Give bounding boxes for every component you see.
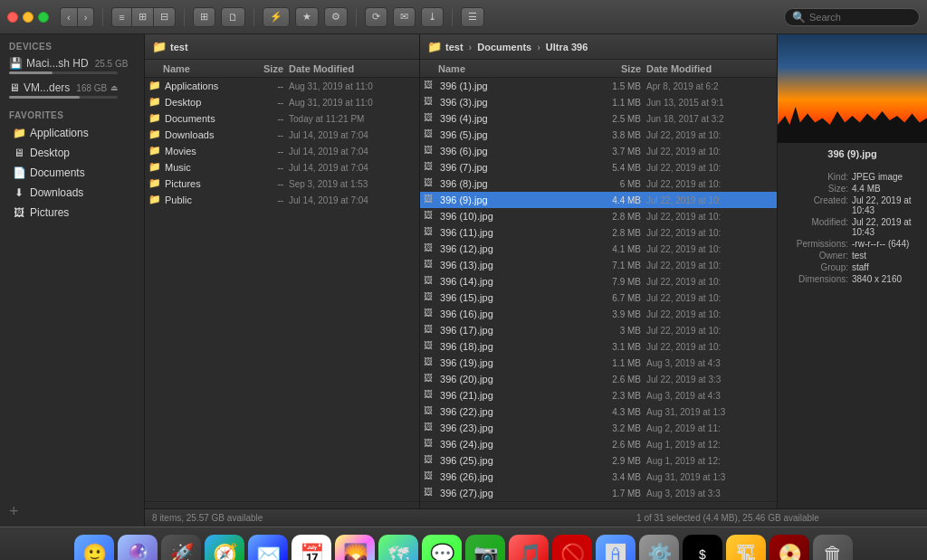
mail-button[interactable]: ✉ <box>393 7 416 27</box>
dock-appstore[interactable]: 🅰 <box>596 535 636 561</box>
left-file-row[interactable]: 📁 Desktop -- Aug 31, 2019 at 11:0 <box>145 94 419 110</box>
lightning-button[interactable]: ⚡ <box>263 7 290 27</box>
right-file-row[interactable]: 🖼 396 (4).jpg 2.5 MB Jun 18, 2017 at 3:2 <box>420 110 777 127</box>
right-scrollbar[interactable] <box>420 501 777 508</box>
file-name: 396 (12).jpg <box>440 243 597 254</box>
right-file-row[interactable]: 🖼 396 (11).jpg 2.8 MB Jul 22, 2019 at 10… <box>420 224 777 241</box>
file-name: 396 (13).jpg <box>440 260 597 271</box>
dock-mail[interactable]: ✉️ <box>248 535 288 561</box>
file-size: 1.7 MB <box>597 489 646 498</box>
file-name: Music <box>165 162 239 173</box>
right-file-row[interactable]: 🖼 396 (20).jpg 2.6 MB Jul 22, 2019 at 3:… <box>420 371 777 387</box>
breadcrumb-documents[interactable]: Documents <box>477 42 531 52</box>
sidebar-item-mac-hd[interactable]: 💾 Maci...sh HD 25.5 GB <box>0 54 144 79</box>
sync-button[interactable]: ⟳ <box>365 7 387 27</box>
right-file-row[interactable]: 🖼 396 (27).jpg 1.7 MB Aug 3, 2019 at 3:3 <box>420 485 777 501</box>
right-file-row[interactable]: 🖼 396 (5).jpg 3.8 MB Jul 22, 2019 at 10: <box>420 127 777 143</box>
sidebar-item-documents[interactable]: 📄 Documents <box>4 164 140 182</box>
download-button[interactable]: ⤓ <box>421 7 444 27</box>
sidebar-item-pictures[interactable]: 🖼 Pictures <box>4 204 140 222</box>
folder-icon: 📁 <box>148 112 161 125</box>
right-file-row[interactable]: 🖼 396 (17).jpg 3 MB Jul 22, 2019 at 10: <box>420 322 777 338</box>
left-file-row[interactable]: 📁 Applications -- Aug 31, 2019 at 11:0 <box>145 78 419 94</box>
right-file-row[interactable]: 🖼 396 (1).jpg 1.5 MB Apr 8, 2019 at 6:2 <box>420 78 777 94</box>
right-file-row[interactable]: 🖼 396 (6).jpg 3.7 MB Jul 22, 2019 at 10: <box>420 143 777 159</box>
left-file-row[interactable]: 📁 Pictures -- Sep 3, 2019 at 1:53 <box>145 176 419 192</box>
preview-info: Kind: JPEG image Size: 4.4 MB Created: J… <box>778 165 927 293</box>
right-file-row[interactable]: 🖼 396 (24).jpg 2.6 MB Aug 1, 2019 at 12: <box>420 436 777 452</box>
search-input[interactable] <box>809 12 912 23</box>
column-view-button[interactable]: ⊟ <box>153 7 176 27</box>
breadcrumb-ultra[interactable]: Ultra 396 <box>546 42 588 52</box>
left-file-row[interactable]: 📁 Music -- Jul 14, 2019 at 7:04 <box>145 159 419 176</box>
close-button[interactable] <box>7 12 18 23</box>
sidebar-item-applications[interactable]: 📁 Applications <box>4 124 140 142</box>
right-file-row[interactable]: 🖼 396 (10).jpg 2.8 MB Jul 22, 2019 at 10… <box>420 208 777 224</box>
dock-forklift[interactable]: 🏗 <box>726 535 766 561</box>
actions-button[interactable]: ⚙ <box>324 7 348 27</box>
eject-icon[interactable]: ⏏ <box>110 83 119 92</box>
add-favorite-button[interactable]: + <box>0 497 144 527</box>
column-view2-button[interactable]: ⊞ <box>193 7 215 27</box>
maximize-button[interactable] <box>38 12 49 23</box>
minimize-button[interactable] <box>23 12 33 23</box>
right-file-row[interactable]: 🖼 396 (22).jpg 4.3 MB Aug 31, 2019 at 1:… <box>420 403 777 420</box>
dock-terminal[interactable]: $ <box>683 535 722 561</box>
file-date: Jul 14, 2019 at 7:04 <box>289 195 416 205</box>
left-file-row[interactable]: 📁 Documents -- Today at 11:21 PM <box>145 110 419 127</box>
dock-facetime[interactable]: 📷 <box>465 535 505 561</box>
left-file-row[interactable]: 📁 Downloads -- Jul 14, 2019 at 7:04 <box>145 127 419 143</box>
left-col-name[interactable]: Name <box>148 63 239 74</box>
dock-calendar[interactable]: 📅 <box>291 535 331 561</box>
right-file-row[interactable]: 🖼 396 (23).jpg 3.2 MB Aug 2, 2019 at 11: <box>420 420 777 436</box>
right-file-row[interactable]: 🖼 396 (19).jpg 1.1 MB Aug 3, 2019 at 4:3 <box>420 355 777 371</box>
right-col-size[interactable]: Size <box>597 63 646 74</box>
new-tab-button[interactable]: 🗋 <box>221 7 245 27</box>
dock-systemprefs[interactable]: ⚙️ <box>639 535 679 561</box>
dock-launchpad[interactable]: 🚀 <box>161 535 201 561</box>
right-file-row[interactable]: 🖼 396 (3).jpg 1.1 MB Jun 13, 2015 at 9:1 <box>420 94 777 110</box>
left-col-size[interactable]: Size <box>239 63 289 74</box>
operations-button[interactable]: ☰ <box>461 7 484 27</box>
right-file-row[interactable]: 🖼 396 (9).jpg 4.4 MB Jul 22, 2019 at 10: <box>420 192 777 208</box>
right-file-row[interactable]: 🖼 396 (15).jpg 6.7 MB Jul 22, 2019 at 10… <box>420 289 777 306</box>
left-file-row[interactable]: 📁 Public -- Jul 14, 2019 at 7:04 <box>145 192 419 208</box>
dock-messages[interactable]: 💬 <box>422 535 462 561</box>
dock-music[interactable]: 🎵 <box>509 535 549 561</box>
right-col-name[interactable]: Name <box>424 63 597 74</box>
file-name: 396 (8).jpg <box>440 178 597 189</box>
right-file-row[interactable]: 🖼 396 (16).jpg 3.9 MB Jul 22, 2019 at 10… <box>420 306 777 322</box>
list-view-button[interactable]: ≡ <box>111 7 130 27</box>
dock-maps[interactable]: 🗺 <box>378 535 418 561</box>
right-file-row[interactable]: 🖼 396 (14).jpg 7.9 MB Jul 22, 2019 at 10… <box>420 273 777 289</box>
favorites-button[interactable]: ★ <box>295 7 319 27</box>
dock-safari[interactable]: 🧭 <box>205 535 244 561</box>
right-file-row[interactable]: 🖼 396 (13).jpg 7.1 MB Jul 22, 2019 at 10… <box>420 257 777 273</box>
back-button[interactable]: ‹ <box>60 7 77 27</box>
right-file-row[interactable]: 🖼 396 (25).jpg 2.9 MB Aug 1, 2019 at 12: <box>420 452 777 469</box>
sidebar-item-downloads[interactable]: ⬇ Downloads <box>4 184 140 202</box>
right-file-row[interactable]: 🖼 396 (21).jpg 2.3 MB Aug 3, 2019 at 4:3 <box>420 387 777 403</box>
right-file-row[interactable]: 🖼 396 (26).jpg 3.4 MB Aug 31, 2019 at 1:… <box>420 469 777 485</box>
search-box[interactable]: 🔍 <box>784 8 920 26</box>
dock-apprecent[interactable]: 📀 <box>769 535 809 561</box>
dock-photos[interactable]: 🌄 <box>335 535 375 561</box>
sidebar-item-vm-ders[interactable]: 🖥 VM...ders 168 GB ⏏ <box>0 79 144 103</box>
right-col-date[interactable]: Date Modified <box>646 63 773 74</box>
sidebar-item-desktop[interactable]: 🖥 Desktop <box>4 144 140 162</box>
left-col-date[interactable]: Date Modified <box>289 63 416 74</box>
separator-3 <box>253 8 254 26</box>
right-file-row[interactable]: 🖼 396 (18).jpg 3.1 MB Jul 22, 2019 at 10… <box>420 338 777 355</box>
forward-button[interactable]: › <box>77 7 95 27</box>
dock-dnd[interactable]: 🚫 <box>552 535 592 561</box>
right-file-row[interactable]: 🖼 396 (8).jpg 6 MB Jul 22, 2019 at 10: <box>420 176 777 192</box>
grid-view-button[interactable]: ⊞ <box>131 7 153 27</box>
right-file-row[interactable]: 🖼 396 (12).jpg 4.1 MB Jul 22, 2019 at 10… <box>420 241 777 257</box>
dock-siri[interactable]: 🔮 <box>118 535 158 561</box>
right-file-row[interactable]: 🖼 396 (7).jpg 5.4 MB Jul 22, 2019 at 10: <box>420 159 777 176</box>
breadcrumb-test[interactable]: test <box>445 42 464 52</box>
dock-trash[interactable]: 🗑 <box>813 535 853 561</box>
left-scrollbar[interactable] <box>145 501 419 508</box>
dock-finder[interactable]: 🙂 <box>74 535 114 561</box>
left-file-row[interactable]: 📁 Movies -- Jul 14, 2019 at 7:04 <box>145 143 419 159</box>
